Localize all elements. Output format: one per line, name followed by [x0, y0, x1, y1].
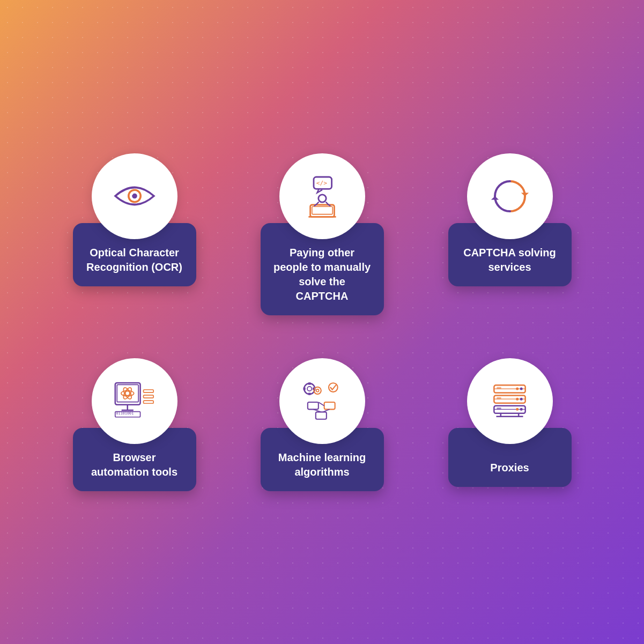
svg-point-31 [316, 389, 319, 392]
svg-point-48 [516, 398, 519, 401]
svg-text:01101001: 01101001 [116, 411, 134, 416]
svg-rect-7 [312, 206, 332, 214]
svg-marker-9 [521, 193, 528, 196]
ml-icon-circle [279, 358, 365, 444]
svg-point-43 [516, 388, 519, 390]
svg-rect-33 [308, 402, 319, 409]
card-proxies: Proxies [448, 358, 572, 491]
svg-rect-23 [144, 401, 154, 403]
page-background: Optical Character Recognition (OCR) </> [0, 0, 644, 644]
svg-rect-11 [115, 383, 140, 405]
svg-point-52 [520, 408, 523, 411]
ocr-icon-circle [92, 153, 177, 239]
svg-rect-46 [497, 397, 501, 399]
svg-point-5 [318, 194, 325, 202]
svg-rect-51 [497, 408, 501, 409]
svg-point-2 [131, 193, 133, 195]
card-ocr: Optical Character Recognition (OCR) [73, 153, 196, 315]
svg-rect-26 [308, 382, 311, 384]
card-manual: </> Paying other people to manually solv… [261, 153, 384, 315]
svg-rect-22 [144, 395, 154, 397]
svg-rect-21 [144, 389, 154, 392]
svg-rect-35 [316, 412, 327, 419]
svg-text:</>: </> [316, 180, 327, 187]
svg-point-53 [516, 408, 519, 411]
svg-rect-41 [497, 387, 501, 389]
svg-point-13 [125, 391, 130, 396]
svg-rect-34 [324, 402, 335, 409]
card-captcha: CAPTCHA solving services [448, 153, 572, 315]
svg-rect-27 [308, 393, 311, 395]
proxies-icon-circle [467, 358, 553, 444]
svg-line-38 [319, 402, 324, 406]
card-grid: Optical Character Recognition (OCR) </> [73, 153, 572, 491]
captcha-icon-circle [467, 153, 553, 239]
svg-marker-10 [491, 196, 498, 199]
svg-point-25 [307, 387, 312, 391]
card-browser: 01101001 Browser automation tools [73, 358, 196, 491]
svg-rect-12 [117, 384, 138, 402]
svg-point-42 [520, 388, 523, 390]
card-ml: Machine learning algorithms [261, 358, 384, 491]
manual-icon-circle: </> [279, 153, 365, 239]
svg-rect-28 [304, 388, 306, 390]
svg-point-47 [520, 398, 523, 401]
browser-icon-circle: 01101001 [92, 358, 177, 444]
